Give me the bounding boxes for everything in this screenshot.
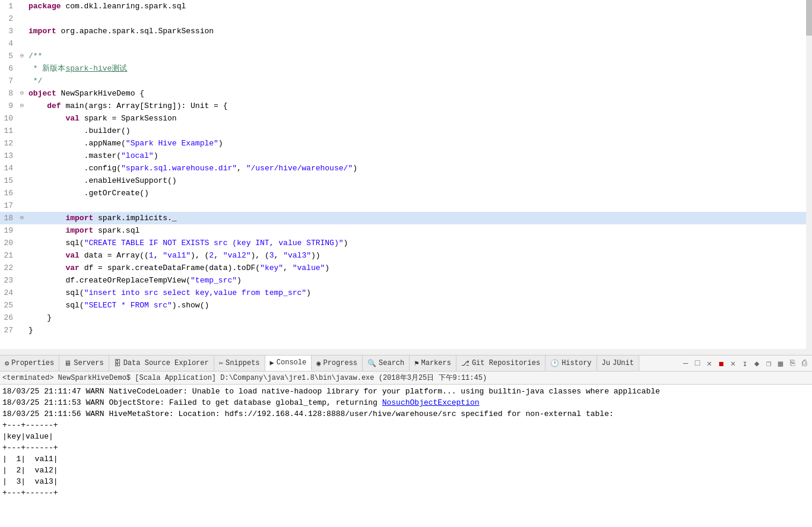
code-line: 8⊖object NewSparkHiveDemo {	[0, 87, 812, 100]
fold-gutter[interactable]: ⊖	[18, 212, 26, 224]
tab-history[interactable]: 🕐History	[545, 355, 597, 372]
console-line: 18/03/25 21:11:56 WARN HiveMetaStore: Lo…	[2, 408, 810, 420]
code-line: 26 }	[0, 312, 812, 324]
code-content: df.createOrReplaceTempView("temp_src")	[26, 274, 242, 287]
code-line: 25 sql("SELECT * FROM src").show()	[0, 299, 812, 312]
code-line: 14 .config("spark.sql.warehouse.dir", "/…	[0, 162, 812, 174]
tab-label-junit: JUnit	[613, 359, 634, 367]
tab-datasource[interactable]: 🗄Data Source Explorer	[109, 355, 214, 372]
console-icon: ▶	[270, 358, 274, 367]
code-content: import spark.implicits._	[26, 212, 177, 224]
code-content: .enableHiveSupport()	[26, 174, 177, 187]
line-number: 22	[0, 262, 18, 274]
code-line: 6 * 新版本spark-hive测试	[0, 62, 812, 75]
maximize-button[interactable]: □	[692, 358, 703, 369]
line-number: 4	[0, 37, 18, 50]
fold-gutter[interactable]: ⊖	[18, 50, 26, 62]
console-content[interactable]: 18/03/25 21:11:47 WARN NativeCodeLoader:…	[0, 385, 812, 527]
pin-button[interactable]: ◆	[751, 358, 762, 369]
horizontal-scrollbar[interactable]	[0, 349, 806, 355]
code-line: 9⊖ def main(args: Array[String]): Unit =…	[0, 100, 812, 112]
code-line: 10 val spark = SparkSession	[0, 112, 812, 125]
code-content: def main(args: Array[String]): Unit = {	[26, 100, 227, 112]
tab-console[interactable]: ▶Console	[265, 355, 312, 372]
minimize-button[interactable]: ―	[680, 358, 691, 369]
code-line: 22 var df = spark.createDataFrame(data).…	[0, 262, 812, 274]
code-content: .getOrCreate()	[26, 187, 149, 199]
code-line: 11 .builder()	[0, 125, 812, 137]
code-line: 2	[0, 12, 812, 25]
console-line: 18/03/25 21:11:47 WARN NativeCodeLoader:…	[2, 386, 810, 397]
tab-progress[interactable]: ◉Progress	[312, 355, 363, 372]
fold-gutter[interactable]: ⊖	[18, 87, 26, 100]
copy-button[interactable]: ⎘	[787, 358, 798, 369]
line-number: 9	[0, 100, 18, 112]
tab-snippets[interactable]: ✂Snippets	[214, 355, 265, 372]
search-icon: 🔍	[367, 359, 376, 368]
console-line: +---+------+	[2, 487, 810, 499]
line-number: 5	[0, 50, 18, 62]
clear-button[interactable]: ✕	[728, 358, 738, 369]
tab-git[interactable]: ⎇Git Repositories	[456, 355, 545, 372]
code-content: val spark = SparkSession	[26, 112, 177, 125]
tab-label-servers: Servers	[74, 359, 103, 367]
line-number: 10	[0, 112, 18, 125]
code-content: .master("local")	[26, 150, 158, 162]
line-number: 14	[0, 162, 18, 174]
tab-bar: ⚙Properties🖥Servers🗄Data Source Explorer…	[0, 355, 812, 372]
vertical-scrollbar[interactable]	[806, 0, 812, 355]
props-icon: ⚙	[5, 359, 9, 368]
scroll-lock-button[interactable]: ↧	[740, 358, 750, 369]
fold-gutter[interactable]: ⊖	[18, 100, 26, 112]
tab-label-datasource: Data Source Explorer	[123, 359, 209, 367]
code-content: var df = spark.createDataFrame(data).toD…	[26, 262, 329, 274]
line-number: 3	[0, 25, 18, 37]
servers-icon: 🖥	[64, 359, 71, 368]
tab-label-history: History	[562, 359, 591, 367]
tab-properties[interactable]: ⚙Properties	[0, 355, 59, 372]
tab-servers[interactable]: 🖥Servers	[59, 355, 109, 372]
tab-label-snippets: Snippets	[226, 359, 260, 367]
tab-label-git: Git Repositories	[472, 359, 540, 367]
paste-button[interactable]: ⎙	[799, 358, 810, 369]
line-number: 27	[0, 324, 18, 336]
code-content: sql("SELECT * FROM src").show()	[26, 299, 209, 312]
console-area: 18/03/25 21:11:47 WARN NativeCodeLoader:…	[0, 385, 812, 527]
code-line: 21 val data = Array((1, "val1"), (2, "va…	[0, 249, 812, 262]
console-exception-link[interactable]: NosuchObjectException	[382, 398, 480, 407]
code-line: 13 .master("local")	[0, 150, 812, 162]
close-button[interactable]: ✕	[704, 358, 715, 369]
open-console-button[interactable]: ▦	[775, 358, 786, 369]
snippets-icon: ✂	[219, 359, 223, 368]
tab-markers[interactable]: ⚑Markers	[410, 355, 456, 372]
code-line: 24 sql("insert into src select key,value…	[0, 287, 812, 299]
code-line: 3import org.apache.spark.sql.SparkSessio…	[0, 25, 812, 37]
new-console-button[interactable]: ❐	[763, 358, 774, 369]
line-number: 17	[0, 199, 18, 212]
code-content: sql("CREATE TABLE IF NOT EXISTS src (key…	[26, 237, 348, 249]
code-content: .config("spark.sql.warehouse.dir", "/use…	[26, 162, 357, 174]
status-bar: <terminated> NewSparkHiveDemo$ [Scala Ap…	[0, 372, 812, 385]
code-line: 4	[0, 37, 812, 50]
stop-button[interactable]: ◼	[716, 358, 727, 369]
code-line: 16 .getOrCreate()	[0, 187, 812, 199]
code-lines: 1package com.dkl.leanring.spark.sql23imp…	[0, 0, 812, 336]
status-text: <terminated> NewSparkHiveDemo$ [Scala Ap…	[2, 373, 487, 383]
tab-junit[interactable]: JuJUnit	[597, 355, 639, 372]
line-number: 2	[0, 12, 18, 25]
line-number: 25	[0, 299, 18, 312]
code-content: val data = Array((1, "val1"), (2, "val2"…	[26, 249, 321, 262]
console-line: | 1| val1|	[2, 453, 810, 465]
code-line: 5⊖/**	[0, 50, 812, 62]
line-number: 6	[0, 62, 18, 75]
line-number: 15	[0, 174, 18, 187]
code-area[interactable]: 1package com.dkl.leanring.spark.sql23imp…	[0, 0, 812, 355]
code-content: .builder()	[26, 125, 131, 137]
tab-actions: ― □ ✕ ◼ ✕ ↧ ◆ ❐ ▦ ⎘ ⎙	[680, 358, 812, 369]
tab-search[interactable]: 🔍Search	[363, 355, 410, 372]
code-content: */	[26, 75, 42, 87]
line-number: 26	[0, 312, 18, 324]
scroll-thumb[interactable]	[806, 0, 812, 36]
code-content: sql("insert into src select key,value fr…	[26, 287, 311, 299]
tab-label-console: Console	[277, 358, 306, 367]
